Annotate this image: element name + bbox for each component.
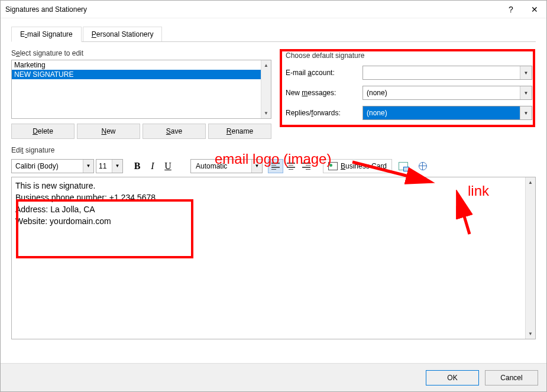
align-right-button[interactable] [299,159,314,173]
help-button[interactable]: ? [499,1,523,18]
font-color-select[interactable]: Automatic▼ [190,159,263,173]
tab-email-signature[interactable]: E-mail Signature [11,27,82,42]
insert-hyperlink-button[interactable] [415,159,431,173]
tab-personal-stationery[interactable]: Personal Stationery [83,27,163,41]
underline-button[interactable]: U [160,159,176,173]
delete-button[interactable]: Delete [11,124,75,139]
align-center-button[interactable] [283,159,299,173]
cancel-button[interactable]: Cancel [485,370,538,385]
email-account-label: E-mail account: [286,69,362,77]
scroll-up-icon[interactable]: ▲ [261,60,271,70]
signature-listbox[interactable]: Marketing NEW SIGNATURE ▲ ▼ [11,60,271,119]
business-card-button[interactable]: Business Card [323,159,392,173]
close-button[interactable]: ✕ [523,1,546,18]
italic-button[interactable]: I [145,159,160,173]
content: E-mail Signature Personal Stationery Sel… [1,18,546,345]
globe-link-icon [419,162,427,170]
default-signature-group: Choose default signature E-mail account:… [280,49,536,124]
business-card-icon [328,162,338,170]
ok-button[interactable]: OK [426,370,479,385]
chevron-down-icon: ▼ [251,160,262,173]
editor-content[interactable]: This is new signature. Business phone nu… [12,177,525,339]
chevron-down-icon: ▼ [520,66,532,79]
new-messages-label: New messages: [286,89,362,97]
image-icon [399,162,408,170]
dialog-footer: OK Cancel [1,363,546,391]
email-account-select[interactable]: ▼ [362,66,532,80]
chevron-down-icon: ▼ [83,160,93,173]
signature-editor[interactable]: This is new signature. Business phone nu… [11,177,536,339]
editor-line: Website: yourdomain.com [15,215,522,227]
rename-button[interactable]: Rename [208,124,271,139]
tabs: E-mail Signature Personal Stationery [11,27,536,42]
select-signature-label: Select signature to edit [11,49,271,57]
default-signature-title: Choose default signature [286,51,364,60]
edit-signature-label: Edit signature [11,146,536,154]
font-size-select[interactable]: 11▼ [96,159,123,173]
bold-button[interactable]: B [130,159,145,173]
editor-scrollbar[interactable]: ▲ ▼ [525,177,535,339]
titlebar: Signatures and Stationery ? ✕ [1,1,546,18]
align-left-button[interactable] [268,159,283,173]
new-button[interactable]: New [77,124,140,139]
formatting-toolbar: Calibri (Body)▼ 11▼ B I U Automatic▼ Bus… [11,158,536,174]
save-button[interactable]: Save [143,124,206,139]
insert-image-button[interactable] [395,159,412,173]
list-item[interactable]: Marketing [12,60,261,70]
chevron-down-icon: ▼ [520,106,532,119]
window-title: Signatures and Stationery [5,5,499,14]
list-item[interactable]: NEW SIGNATURE [12,70,261,79]
editor-line: Address: La Jolla, CA [15,203,522,215]
new-messages-select[interactable]: (none)▼ [362,86,532,100]
scroll-down-icon[interactable]: ▼ [261,108,271,118]
scroll-up-icon[interactable]: ▲ [526,177,535,187]
replies-forwards-label: Replies/forwards: [286,109,362,117]
listbox-scrollbar[interactable]: ▲ ▼ [261,60,271,118]
chevron-down-icon: ▼ [112,160,122,173]
editor-line: This is new signature. [15,180,522,192]
editor-line: Business phone number: +1 234 5678 [15,192,522,203]
chevron-down-icon: ▼ [520,86,532,99]
font-family-select[interactable]: Calibri (Body)▼ [11,159,94,173]
replies-forwards-select[interactable]: (none)▼ [362,106,532,120]
scroll-down-icon[interactable]: ▼ [526,329,535,339]
